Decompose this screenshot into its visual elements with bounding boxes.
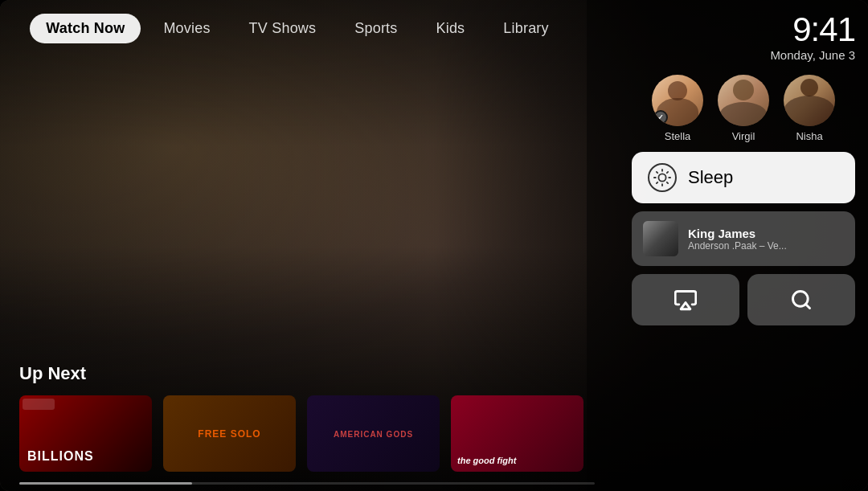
tv-frame: Watch Now Movies TV Shows Sports Kids Li…: [0, 0, 868, 491]
svg-marker-9: [681, 303, 690, 309]
thumbnails-row: [19, 395, 575, 472]
profile-name-virgil: Virgil: [732, 130, 755, 142]
track-info: King James Anderson .Paak – Ve...: [688, 227, 844, 252]
avatar-stella: [652, 75, 703, 126]
action-buttons: [632, 274, 855, 325]
up-next-label: Up Next: [19, 363, 575, 384]
nav-item-library[interactable]: Library: [487, 14, 564, 43]
nav-bar: Watch Now Movies TV Shows Sports Kids Li…: [0, 0, 595, 56]
airplay-button[interactable]: [632, 274, 739, 325]
profile-stella[interactable]: Stella: [652, 75, 703, 142]
now-playing[interactable]: King James Anderson .Paak – Ve...: [632, 211, 855, 266]
thumbnail-american-gods[interactable]: [307, 395, 440, 472]
svg-line-11: [805, 304, 809, 308]
clock-date: Monday, June 3: [632, 48, 855, 62]
avatar-virgil: [718, 75, 769, 126]
thumbnail-billions[interactable]: [19, 395, 152, 472]
svg-line-3: [657, 172, 657, 173]
search-icon: [790, 288, 813, 311]
thumbnail-good-fight[interactable]: [451, 395, 583, 472]
sleep-icon: [648, 163, 677, 192]
thumbnail-free-solo[interactable]: [163, 395, 296, 472]
track-artist: Anderson .Paak – Ve...: [688, 240, 844, 252]
svg-line-7: [657, 182, 657, 183]
time-display: 9:41 Monday, June 3: [632, 13, 855, 62]
sleep-label: Sleep: [688, 167, 733, 188]
nav-item-sports[interactable]: Sports: [338, 14, 413, 43]
nav-item-movies[interactable]: Movies: [147, 14, 226, 43]
profile-name-nisha: Nisha: [796, 130, 822, 142]
profile-virgil[interactable]: Virgil: [718, 75, 769, 142]
album-art: [643, 221, 678, 256]
profile-name-stella: Stella: [665, 130, 691, 142]
nav-item-tv-shows[interactable]: TV Shows: [233, 14, 333, 43]
profiles-row: Stella Virgil Nisha: [632, 75, 855, 142]
avatar-nisha: [784, 75, 835, 126]
scroll-indicator: [19, 482, 595, 485]
svg-line-8: [667, 172, 668, 173]
track-name: King James: [688, 227, 844, 240]
svg-point-0: [658, 174, 665, 181]
sleep-button[interactable]: Sleep: [632, 152, 855, 203]
profile-nisha[interactable]: Nisha: [784, 75, 835, 142]
nav-item-kids[interactable]: Kids: [420, 14, 481, 43]
clock-time: 9:41: [632, 13, 855, 47]
airplay-icon: [674, 288, 697, 311]
nav-item-watch-now[interactable]: Watch Now: [30, 14, 141, 43]
search-button[interactable]: [747, 274, 855, 325]
scroll-thumb: [19, 482, 192, 485]
svg-line-4: [667, 182, 668, 183]
up-next-section: Up Next: [0, 363, 595, 491]
right-panel: 9:41 Monday, June 3 Stella Virgil Nisha: [619, 0, 868, 491]
profile-check-stella: [653, 110, 668, 125]
